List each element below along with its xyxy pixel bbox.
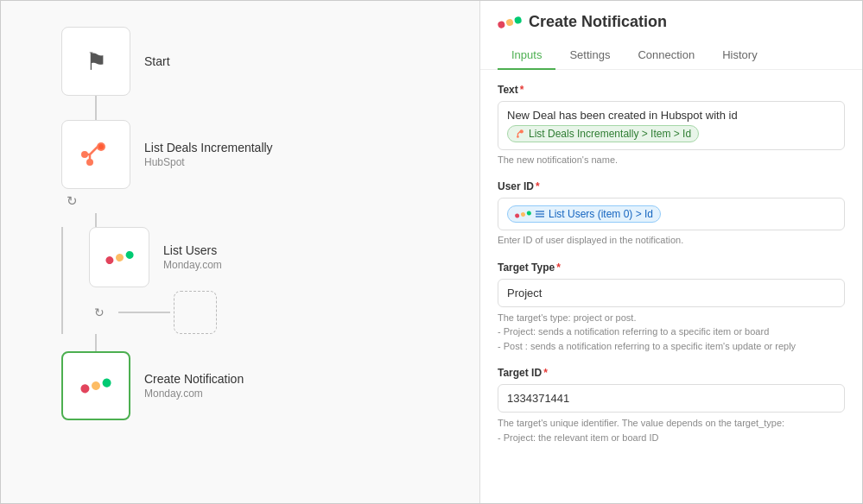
text-tag-label: List Deals Incrementally > Item > Id — [529, 128, 691, 140]
detail-panel: Create Notification Inputs Settings Conn… — [480, 1, 862, 503]
node-create-notification-label: Create Notification Monday.com — [144, 372, 244, 400]
target-id-hint-line-2: - Project: the relevant item or board ID — [498, 432, 658, 443]
loop-row-2: ↻ — [89, 291, 222, 334]
field-label-userid: User ID* — [498, 180, 845, 192]
list-users-section: List Users Monday.com ↻ — [61, 227, 462, 334]
node-group-list-deals: List Deals Incrementally HubSpot — [61, 120, 462, 189]
node-create-notification-title: Create Notification — [144, 372, 244, 386]
field-hint-text: The new notification's name. — [498, 154, 845, 167]
branch-line — [118, 312, 170, 313]
field-input-userid[interactable]: List Users (item 0) > Id — [498, 198, 845, 230]
node-list-users-subtitle: Monday.com — [163, 259, 222, 271]
workflow-panel: ⚑ Start — [1, 1, 480, 503]
list-users-col: List Users Monday.com ↻ — [89, 227, 222, 334]
field-label-text: Text* — [498, 84, 845, 96]
monday-icon-notification — [79, 378, 111, 394]
node-start-label: Start — [144, 54, 170, 68]
target-type-hint-line-3: - Post : sends a notification referring … — [498, 341, 796, 351]
svg-point-1 — [98, 144, 104, 149]
userid-tag-label: List Users (item 0) > Id — [549, 208, 653, 220]
loop-icon-2: ↻ — [94, 306, 105, 319]
node-start-title: Start — [144, 54, 170, 68]
node-list-users-title: List Users — [163, 243, 222, 257]
target-type-hint-line-2: - Project: sends a notification referrin… — [498, 326, 769, 337]
node-list-users-label: List Users Monday.com — [163, 243, 222, 271]
field-hint-userid: Enter ID of user displayed in the notifi… — [498, 234, 845, 247]
left-border — [61, 227, 63, 334]
monday-tag-icon — [515, 211, 532, 218]
target-type-hint-line-1: The target's type: project or post. — [498, 312, 636, 323]
node-create-notification-subtitle: Monday.com — [144, 387, 244, 400]
loop-icon-1: ↻ — [67, 193, 78, 209]
svg-point-2 — [86, 159, 93, 166]
connector-1 — [95, 96, 97, 120]
flag-icon: ⚑ — [86, 47, 107, 76]
tab-history[interactable]: History — [708, 41, 771, 70]
svg-point-3 — [81, 151, 88, 158]
tab-settings[interactable]: Settings — [555, 41, 624, 70]
field-hint-target-id: The target's unique identifier. The valu… — [498, 416, 845, 444]
tab-inputs[interactable]: Inputs — [498, 41, 555, 70]
field-hint-target-type: The target's type: project or post. - Pr… — [498, 311, 845, 354]
app-container: ⚑ Start — [0, 0, 863, 504]
required-star-text: * — [520, 84, 524, 96]
hubspot-icon — [78, 136, 114, 173]
workflow-canvas: ⚑ Start — [18, 18, 462, 420]
target-id-hint-line-1: The target's unique identifier. The valu… — [498, 418, 784, 428]
node-group-list-users: List Users Monday.com — [89, 227, 222, 287]
required-star-target-type: * — [556, 261, 561, 274]
connector-3 — [95, 334, 97, 351]
field-label-target-type: Target Type* — [498, 261, 845, 274]
text-prefix: New Deal has been created in Hubspot wit… — [507, 109, 738, 122]
list-users-row: List Users Monday.com ↻ — [61, 227, 462, 334]
node-list-users[interactable] — [89, 227, 149, 287]
field-input-target-type[interactable] — [498, 279, 845, 307]
detail-title-row: Create Notification — [498, 13, 845, 31]
detail-tabs: Inputs Settings Connection History — [498, 41, 845, 69]
userid-tag-pill[interactable]: List Users (item 0) > Id — [507, 205, 661, 223]
detail-title: Create Notification — [529, 13, 667, 31]
node-group-start: ⚑ Start — [61, 27, 462, 96]
node-start[interactable]: ⚑ — [61, 27, 130, 96]
text-tag-pill[interactable]: List Deals Incrementally > Item > Id — [507, 125, 699, 142]
hubspot-tag-icon — [515, 129, 525, 139]
field-group-userid: User ID* — [498, 180, 845, 247]
tab-connection[interactable]: Connection — [624, 41, 708, 70]
detail-content: Text* New Deal has been created in Hubsp… — [480, 70, 862, 472]
node-list-deals-label: List Deals Incrementally HubSpot — [144, 141, 273, 168]
list-icon — [535, 209, 545, 219]
field-group-target-type: Target Type* The target's type: project … — [498, 261, 845, 354]
node-create-notification[interactable] — [61, 351, 130, 420]
node-list-deals-subtitle: HubSpot — [144, 156, 273, 168]
field-input-text[interactable]: New Deal has been created in Hubspot wit… — [498, 101, 845, 150]
dashed-placeholder[interactable] — [174, 291, 217, 334]
field-label-target-id: Target ID* — [498, 367, 845, 379]
field-group-text: Text* New Deal has been created in Hubsp… — [498, 84, 845, 167]
detail-header: Create Notification Inputs Settings Conn… — [480, 1, 862, 70]
node-list-deals[interactable] — [61, 120, 130, 189]
connector-2 — [95, 213, 97, 227]
loop-row-1: ↻ — [63, 189, 462, 213]
monday-icon-users — [105, 249, 134, 264]
svg-point-5 — [517, 135, 519, 138]
node-list-deals-title: List Deals Incrementally — [144, 141, 273, 154]
required-star-userid: * — [536, 180, 540, 192]
brand-icon — [497, 16, 522, 28]
field-group-target-id: Target ID* The target's unique identifie… — [498, 367, 845, 444]
required-star-target-id: * — [543, 367, 548, 379]
field-input-target-id[interactable] — [498, 384, 845, 413]
node-group-create-notification: Create Notification Monday.com — [61, 351, 462, 420]
